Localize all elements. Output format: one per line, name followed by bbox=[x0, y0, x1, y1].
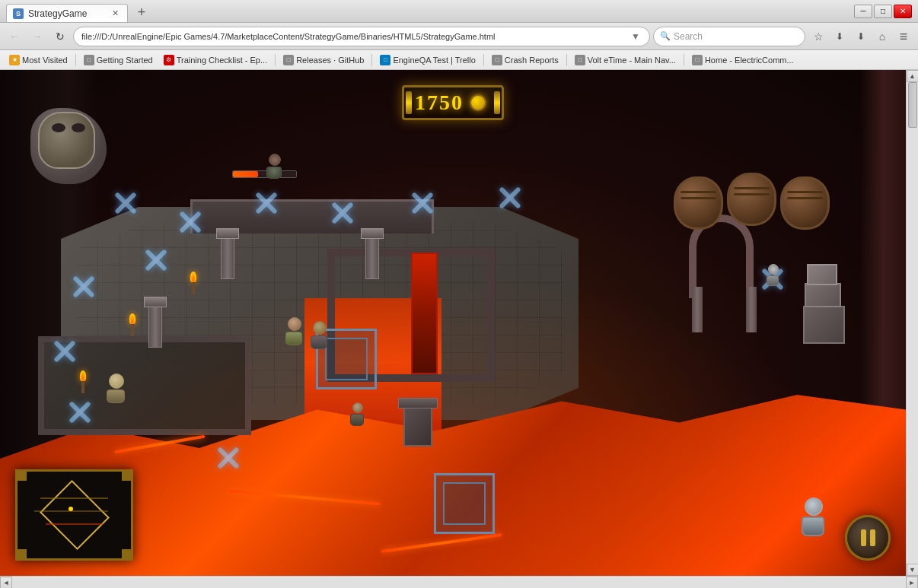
pillar-2 bbox=[365, 237, 379, 279]
pillar-top-1 bbox=[216, 228, 239, 239]
bookmark-training-checklist[interactable]: ⚙ Training Checklist - Ep... bbox=[159, 53, 272, 67]
close-button[interactable]: ✕ bbox=[894, 5, 912, 18]
torch-3 bbox=[80, 370, 86, 393]
minimap-corner-tr bbox=[122, 472, 131, 481]
hero-body-2 bbox=[311, 335, 327, 349]
hero-head-3 bbox=[109, 373, 124, 389]
downloads-icon[interactable]: ⬇ bbox=[830, 27, 849, 46]
unit-head-lava bbox=[352, 402, 363, 413]
barrel-3 bbox=[780, 176, 830, 230]
statue-eye-right bbox=[72, 123, 85, 132]
pause-button[interactable] bbox=[845, 515, 891, 561]
bookmark-home-electric[interactable]: □ Home - ElectricComm... bbox=[687, 53, 798, 67]
torch-flame-1 bbox=[190, 272, 196, 282]
game-viewport[interactable]: 1750 bbox=[0, 70, 906, 576]
unit-head bbox=[269, 154, 281, 166]
unit-body bbox=[266, 167, 282, 179]
red-barrier-vertical bbox=[411, 253, 438, 374]
pillar-top-3 bbox=[144, 297, 167, 307]
bookmark-most-visited[interactable]: ★ Most Visited bbox=[5, 53, 72, 67]
scroll-left-button[interactable]: ◄ bbox=[0, 577, 12, 589]
statue-eye-left bbox=[52, 123, 65, 132]
scroll-thumb[interactable] bbox=[908, 82, 917, 128]
tab-close-button[interactable]: ✕ bbox=[109, 8, 121, 20]
bookmark-engineqa[interactable]: □ EngineQA Test | Trello bbox=[375, 53, 480, 67]
score-deco-right bbox=[494, 91, 500, 114]
address-icons: ▼ bbox=[630, 30, 642, 43]
x-marker-8 bbox=[141, 245, 171, 275]
bookmark-crash-reports[interactable]: □ Crash Reports bbox=[487, 53, 563, 67]
bookmark-separator-6 bbox=[684, 54, 684, 66]
hero-body-3 bbox=[107, 389, 125, 403]
scrollbar-horizontal[interactable]: ◄ ► bbox=[0, 576, 918, 588]
stone-block-stack-3 bbox=[807, 264, 837, 285]
minimap-inner bbox=[18, 472, 131, 558]
maximize-button[interactable]: □ bbox=[874, 5, 892, 18]
back-button[interactable]: ← bbox=[5, 27, 24, 46]
stone-column-bottom bbox=[403, 405, 432, 447]
unit-head-2 bbox=[768, 264, 779, 275]
bookmark-separator-3 bbox=[371, 54, 372, 66]
url-text: file:///D:/UnrealEngine/Epic Games/4.7/M… bbox=[81, 32, 626, 41]
bookmarks-star-icon[interactable]: ☆ bbox=[808, 27, 828, 46]
bookmark-label: Volt eTime - Main Nav... bbox=[588, 56, 676, 65]
tab-title: StrategyGame bbox=[28, 8, 104, 19]
x-marker-4 bbox=[327, 198, 358, 228]
pause-icon bbox=[861, 529, 875, 546]
unit-body-2 bbox=[767, 275, 779, 286]
most-visited-icon: ★ bbox=[9, 55, 20, 65]
forward-button[interactable]: → bbox=[27, 27, 47, 46]
torch-flame-3 bbox=[80, 370, 86, 381]
hero-unit-2 bbox=[311, 321, 329, 347]
knight-head bbox=[805, 497, 823, 516]
bookmark-star-icon[interactable]: ▼ bbox=[630, 30, 642, 43]
electric-icon: □ bbox=[692, 55, 703, 65]
stone-statue bbox=[38, 112, 95, 169]
x-marker-11 bbox=[213, 443, 244, 473]
scroll-up-button[interactable]: ▲ bbox=[907, 70, 919, 82]
address-bar[interactable]: file:///D:/UnrealEngine/Epic Games/4.7/M… bbox=[73, 27, 650, 46]
bookmark-label: Training Checklist - Ep... bbox=[177, 56, 267, 65]
search-box[interactable]: 🔍 Search bbox=[653, 27, 805, 46]
refresh-icon[interactable]: ⬇ bbox=[851, 27, 871, 46]
enemy-health-bar bbox=[232, 170, 297, 178]
minimize-button[interactable]: ─ bbox=[854, 5, 872, 18]
bookmark-separator-5 bbox=[566, 54, 567, 66]
new-tab-button[interactable]: + bbox=[131, 4, 152, 21]
scroll-down-button[interactable]: ▼ bbox=[907, 564, 919, 576]
horizontal-track[interactable] bbox=[12, 577, 906, 588]
bookmark-getting-started[interactable]: □ Getting Started bbox=[79, 53, 158, 67]
reload-button[interactable]: ↻ bbox=[50, 27, 70, 46]
tab-area: S StrategyGame ✕ + bbox=[6, 0, 854, 22]
x-marker-10 bbox=[65, 397, 95, 427]
bookmark-volt-etime[interactable]: □ Volt eTime - Main Nav... bbox=[570, 53, 681, 67]
bookmark-label: Most Visited bbox=[22, 56, 68, 65]
active-tab[interactable]: S StrategyGame ✕ bbox=[6, 4, 128, 22]
minimap bbox=[15, 469, 133, 561]
score-deco-left bbox=[406, 91, 412, 114]
x-marker-6 bbox=[495, 183, 525, 213]
arch-pillar-right bbox=[746, 287, 757, 332]
x-marker-7 bbox=[69, 272, 99, 302]
pause-bar-left bbox=[861, 529, 866, 546]
bookmark-releases-github[interactable]: □ Releases · GitHub bbox=[279, 53, 368, 67]
unit-near-lava bbox=[350, 402, 365, 424]
scroll-right-button[interactable]: ► bbox=[906, 577, 918, 589]
score-coin bbox=[470, 94, 486, 111]
home-icon[interactable]: ⌂ bbox=[872, 27, 892, 46]
hero-unit-3 bbox=[107, 373, 126, 401]
x-marker-2 bbox=[175, 207, 206, 237]
scroll-track[interactable] bbox=[907, 82, 918, 564]
bookmark-label: Releases · GitHub bbox=[296, 56, 364, 65]
enemy-unit-2 bbox=[767, 264, 780, 284]
minimap-diamond bbox=[40, 480, 110, 550]
getting-started-icon: □ bbox=[84, 55, 94, 65]
pillar-top-2 bbox=[361, 228, 384, 239]
torch-stick-3 bbox=[81, 381, 84, 393]
github-icon: □ bbox=[283, 55, 294, 65]
bookmarks-bar: ★ Most Visited □ Getting Started ⚙ Train… bbox=[0, 50, 918, 70]
pillar-3 bbox=[148, 306, 162, 348]
scrollbar-vertical[interactable]: ▲ ▼ bbox=[906, 70, 918, 576]
score-value: 1750 bbox=[415, 91, 464, 115]
menu-icon[interactable]: ≡ bbox=[894, 27, 913, 46]
